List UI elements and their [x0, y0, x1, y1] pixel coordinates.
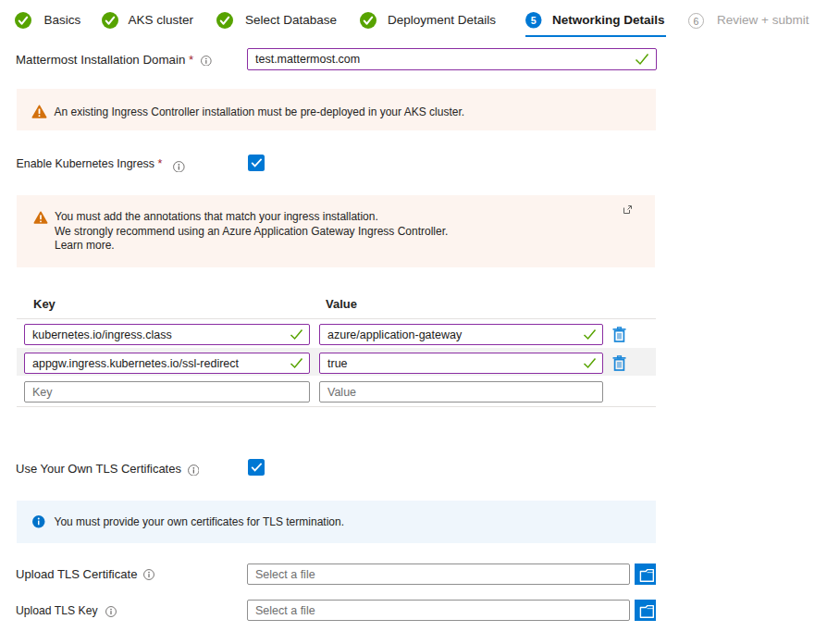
- svg-text:6: 6: [694, 16, 699, 27]
- svg-text:5: 5: [531, 15, 537, 26]
